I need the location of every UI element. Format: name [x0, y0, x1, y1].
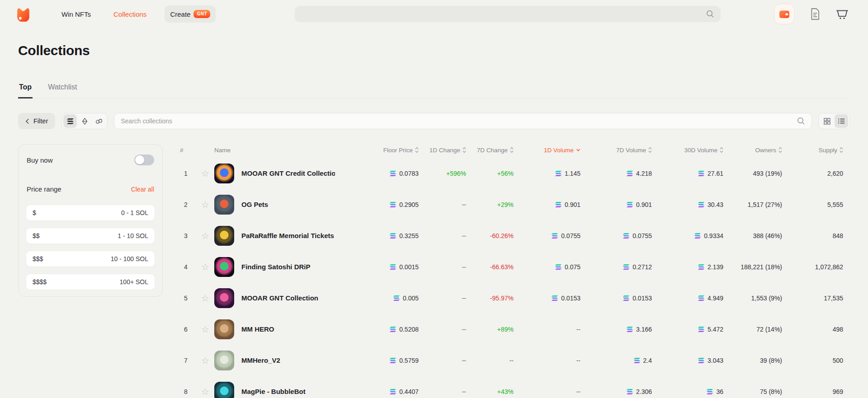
- volume-7d-value: 2.4: [580, 357, 652, 364]
- list-icon: [838, 118, 845, 124]
- collections-search-input[interactable]: [121, 117, 797, 125]
- table-header: # Name Floor Price 1D Change 7D Change 1…: [180, 144, 843, 156]
- table-row[interactable]: 4 ☆ Finding Satoshi DRiP 0.0015 -- -66.6…: [180, 251, 843, 282]
- collection-name: Finding Satoshi DRiP: [241, 263, 311, 271]
- table-row[interactable]: 8 ☆ MagPie - BubbleBot 0.4407 -- +43% --…: [180, 376, 843, 398]
- change-1d-value: --: [419, 232, 466, 239]
- chain-option-polygon[interactable]: [92, 114, 106, 128]
- supply-value: 5,555: [782, 201, 843, 208]
- price-tier: $$: [33, 232, 40, 239]
- document-icon: [810, 8, 820, 20]
- solana-icon: [707, 389, 713, 394]
- filter-button-label: Filter: [33, 117, 48, 125]
- volume-7d-value: 0.0755: [580, 232, 652, 239]
- grid-view-button[interactable]: [820, 114, 834, 128]
- col-7d-change[interactable]: 7D Change: [466, 147, 514, 154]
- filter-button[interactable]: Filter: [18, 113, 55, 129]
- sort-icon: [415, 147, 419, 153]
- chevron-left-icon: [25, 118, 29, 124]
- global-search-input[interactable]: [295, 6, 721, 22]
- nav-item-win-nfts[interactable]: Win NFTs: [61, 10, 91, 18]
- price-option-2[interactable]: $$ 1 - 10 SOL: [26, 228, 155, 244]
- tab-watchlist[interactable]: Watchlist: [47, 83, 78, 98]
- solana-icon: [552, 295, 558, 301]
- price-range-value: 1 - 10 SOL: [118, 232, 148, 239]
- collection-thumbnail: [214, 226, 234, 246]
- table-row[interactable]: 2 ☆ OG Pets 0.2905 -- +29% 0.901 0.901 3…: [180, 189, 843, 220]
- owners-value: 72 (14%): [723, 326, 782, 333]
- table-row[interactable]: 7 ☆ MMHero_V2 0.5759 -- -- -- 2.4 3.043 …: [180, 345, 843, 376]
- favorite-star-icon[interactable]: ☆: [196, 169, 214, 178]
- col-7d-volume[interactable]: 7D Volume: [580, 147, 652, 154]
- gnt-badge: GNT: [193, 10, 210, 18]
- collection-thumbnail: [214, 164, 234, 183]
- buy-now-toggle[interactable]: [134, 155, 154, 165]
- create-button[interactable]: Create GNT: [165, 5, 216, 23]
- solana-icon: [627, 389, 633, 394]
- wallet-button[interactable]: [774, 4, 795, 24]
- favorite-star-icon[interactable]: ☆: [196, 294, 214, 303]
- price-options: $ 0 - 1 SOL $$ 1 - 10 SOL $$$ 10 - 100 S…: [26, 205, 155, 290]
- row-rank: 4: [180, 263, 196, 271]
- solana-icon: [390, 202, 396, 207]
- solana-icon: [698, 358, 704, 363]
- col-owners[interactable]: Owners: [723, 147, 782, 154]
- favorite-star-icon[interactable]: ☆: [196, 325, 214, 334]
- cart-button[interactable]: [835, 8, 849, 20]
- tab-top[interactable]: Top: [18, 83, 33, 98]
- list-view-button[interactable]: [835, 114, 848, 128]
- floor-price-value: 0.005: [335, 295, 419, 302]
- collection-name: PaRaRaffle Memorial Tickets: [241, 232, 334, 239]
- col-30d-volume[interactable]: 30D Volume: [652, 147, 723, 154]
- price-range-value: 100+ SOL: [120, 278, 148, 286]
- volume-7d-value: 0.2712: [580, 263, 652, 271]
- page-title: Collections: [18, 43, 850, 58]
- ethereum-icon: [82, 118, 88, 125]
- col-1d-change[interactable]: 1D Change: [419, 147, 466, 154]
- col-floor-price[interactable]: Floor Price: [335, 147, 419, 154]
- table-row[interactable]: 1 ☆ MOOAR GNT Credit Collection 0.0783 +…: [180, 158, 843, 189]
- cart-icon: [835, 8, 849, 20]
- solana-icon: [555, 171, 561, 176]
- floor-price-value: 0.0783: [335, 170, 419, 177]
- tabs-bar: Top Watchlist: [18, 83, 850, 98]
- chain-option-solana[interactable]: [63, 114, 77, 128]
- nav-item-collections[interactable]: Collections: [113, 10, 146, 18]
- favorite-star-icon[interactable]: ☆: [196, 231, 214, 240]
- price-option-3[interactable]: $$$ 10 - 100 SOL: [26, 251, 155, 267]
- collection-name: MOOAR GNT Collection: [241, 294, 318, 302]
- price-option-1[interactable]: $ 0 - 1 SOL: [26, 205, 155, 221]
- table-row[interactable]: 6 ☆ MM HERO 0.5208 -- +89% -- 3.166 5.47…: [180, 314, 843, 345]
- volume-1d-value: 0.0755: [514, 232, 580, 239]
- collection-thumbnail: [214, 195, 234, 215]
- chain-option-ethereum[interactable]: [78, 114, 91, 128]
- table-row[interactable]: 3 ☆ PaRaRaffle Memorial Tickets 0.3255 -…: [180, 220, 843, 251]
- toggle-knob: [135, 155, 144, 164]
- favorite-star-icon[interactable]: ☆: [196, 262, 214, 272]
- sort-desc-icon: [576, 148, 580, 152]
- price-option-4[interactable]: $$$$ 100+ SOL: [26, 274, 155, 290]
- favorite-star-icon[interactable]: ☆: [196, 387, 214, 396]
- mooar-logo-icon[interactable]: [15, 5, 32, 23]
- chain-filter-segment: [61, 113, 108, 129]
- floor-price-value: 0.0015: [335, 263, 419, 271]
- volume-30d-value: 2.139: [652, 263, 723, 271]
- col-supply[interactable]: Supply: [782, 147, 843, 154]
- solana-icon: [698, 171, 704, 176]
- col-1d-volume[interactable]: 1D Volume: [514, 147, 580, 154]
- change-1d-value: --: [419, 357, 466, 364]
- collection-thumbnail: [214, 382, 234, 398]
- activity-document-button[interactable]: [810, 8, 820, 20]
- change-7d-value: +89%: [466, 326, 514, 333]
- favorite-star-icon[interactable]: ☆: [196, 200, 214, 209]
- search-icon: [706, 10, 714, 18]
- collection-name: OG Pets: [241, 201, 268, 208]
- table-row[interactable]: 5 ☆ MOOAR GNT Collection 0.005 -- -95.97…: [180, 282, 843, 314]
- sort-icon: [648, 147, 652, 153]
- solana-icon: [390, 389, 396, 394]
- favorite-star-icon[interactable]: ☆: [196, 356, 214, 365]
- clear-all-link[interactable]: Clear all: [131, 186, 154, 193]
- view-toggle-segment: [818, 113, 850, 129]
- supply-value: 2,620: [782, 170, 843, 177]
- volume-1d-value: --: [514, 326, 580, 333]
